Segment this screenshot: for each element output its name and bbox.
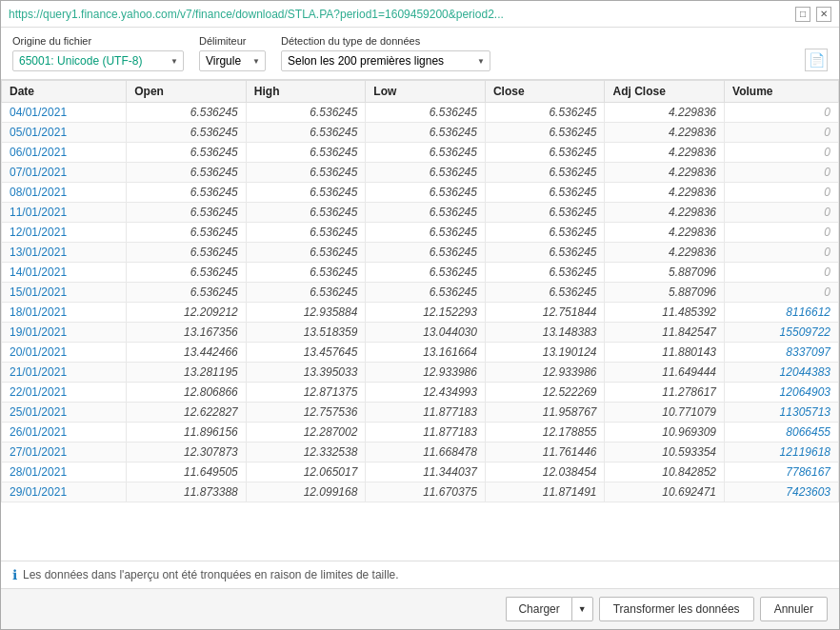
cell-r13-c1: 13.281195 [127, 363, 247, 383]
cell-r17-c3: 11.668478 [366, 443, 486, 463]
table-row: 29/01/202111.87338812.09916811.67037511.… [2, 482, 839, 502]
info-highlight-tronquees: tronquées [200, 568, 250, 581]
column-header-adj-close: Adj Close [605, 81, 725, 103]
cell-r14-c5: 11.278617 [605, 383, 725, 403]
cell-r16-c2: 12.287002 [246, 423, 366, 443]
cell-r12-c6: 8337097 [725, 343, 839, 363]
cell-r4-c5: 4.229836 [605, 183, 725, 203]
cell-r3-c1: 6.536245 [127, 163, 247, 183]
table-row: 18/01/202112.20921212.93588412.15229312.… [2, 303, 839, 323]
table-row: 13/01/20216.5362456.5362456.5362456.5362… [2, 243, 839, 263]
annuler-button[interactable]: Annuler [760, 597, 828, 621]
window-controls: □ ✕ [795, 7, 831, 22]
maximize-button[interactable]: □ [795, 7, 810, 22]
info-icon: ℹ [12, 567, 17, 582]
url-bar: https://query1.finance.yahoo.com/v7/fina… [9, 8, 788, 21]
table-row: 07/01/20216.5362456.5362456.5362456.5362… [2, 163, 839, 183]
cell-r19-c0: 29/01/2021 [2, 482, 127, 502]
cell-r0-c1: 6.536245 [127, 103, 247, 123]
cell-r0-c0: 04/01/2021 [2, 103, 127, 123]
cell-r6-c5: 4.229836 [605, 223, 725, 243]
titlebar: https://query1.finance.yahoo.com/v7/fina… [1, 1, 839, 28]
cell-r10-c4: 12.751844 [485, 303, 605, 323]
table-row: 28/01/202111.64950512.06501711.34403712.… [2, 463, 839, 482]
delimiteur-select-wrapper[interactable]: Virgule [199, 50, 266, 71]
cell-r15-c4: 11.958767 [485, 403, 605, 423]
close-button[interactable]: ✕ [816, 7, 831, 22]
table-header: DateOpenHighLowCloseAdj CloseVolume [2, 81, 839, 103]
charger-dropdown-button[interactable]: ▼ [571, 597, 593, 621]
delimiteur-select[interactable]: Virgule [199, 50, 266, 71]
cell-r1-c0: 05/01/2021 [2, 123, 127, 143]
cell-r5-c5: 4.229836 [605, 203, 725, 223]
detection-group: Détection du type de données Selon les 2… [281, 35, 490, 71]
table-body: 04/01/20216.5362456.5362456.5362456.5362… [2, 103, 839, 502]
cell-r6-c6: 0 [725, 223, 839, 243]
origine-select[interactable]: 65001: Unicode (UTF-8) [12, 50, 184, 71]
cell-r8-c3: 6.536245 [366, 263, 486, 283]
cell-r15-c2: 12.757536 [246, 403, 366, 423]
cell-r1-c1: 6.536245 [127, 123, 247, 143]
column-header-date: Date [2, 81, 127, 103]
cell-r11-c1: 13.167356 [127, 323, 247, 343]
cell-r7-c4: 6.536245 [485, 243, 605, 263]
cell-r13-c5: 11.649444 [605, 363, 725, 383]
cell-r2-c6: 0 [725, 143, 839, 163]
cell-r12-c2: 13.457645 [246, 343, 366, 363]
cell-r11-c5: 11.842547 [605, 323, 725, 343]
cell-r7-c6: 0 [725, 243, 839, 263]
origine-select-wrapper[interactable]: 65001: Unicode (UTF-8) [12, 50, 184, 71]
cell-r18-c4: 12.038454 [485, 463, 605, 482]
table-scroll[interactable]: DateOpenHighLowCloseAdj CloseVolume 04/0… [1, 80, 839, 502]
file-icon[interactable]: 📄 [805, 49, 828, 71]
cell-r19-c1: 11.873388 [127, 482, 247, 502]
cell-r14-c4: 12.522269 [485, 383, 605, 403]
table-row: 11/01/20216.5362456.5362456.5362456.5362… [2, 203, 839, 223]
cell-r4-c4: 6.536245 [485, 183, 605, 203]
delimiteur-label: Délimiteur [199, 35, 266, 47]
cell-r15-c5: 10.771079 [605, 403, 725, 423]
cell-r7-c2: 6.536245 [246, 243, 366, 263]
cell-r16-c3: 11.877183 [366, 423, 486, 443]
main-window: https://query1.finance.yahoo.com/v7/fina… [0, 0, 840, 630]
cell-r13-c2: 13.395033 [246, 363, 366, 383]
detection-select-wrapper[interactable]: Selon les 200 premières lignes [281, 50, 490, 71]
cell-r11-c0: 19/01/2021 [2, 323, 127, 343]
table-row: 25/01/202112.62282712.75753611.87718311.… [2, 403, 839, 423]
table-row: 20/01/202113.44246613.45764513.16166413.… [2, 343, 839, 363]
cell-r17-c6: 12119618 [725, 443, 839, 463]
cell-r18-c3: 11.344037 [366, 463, 486, 482]
cell-r14-c6: 12064903 [725, 383, 839, 403]
cell-r8-c2: 6.536245 [246, 263, 366, 283]
cell-r10-c1: 12.209212 [127, 303, 247, 323]
cell-r2-c1: 6.536245 [127, 143, 247, 163]
cell-r3-c3: 6.536245 [366, 163, 486, 183]
cell-r1-c2: 6.536245 [246, 123, 366, 143]
column-header-high: High [246, 81, 366, 103]
cell-r17-c2: 12.332538 [246, 443, 366, 463]
detection-select[interactable]: Selon les 200 premières lignes [281, 50, 490, 71]
cell-r4-c1: 6.536245 [127, 183, 247, 203]
cell-r18-c1: 11.649505 [127, 463, 247, 482]
cell-r3-c5: 4.229836 [605, 163, 725, 183]
cell-r16-c0: 26/01/2021 [2, 423, 127, 443]
cell-r0-c3: 6.536245 [366, 103, 486, 123]
delimiteur-group: Délimiteur Virgule [199, 35, 266, 71]
cell-r9-c0: 15/01/2021 [2, 283, 127, 303]
charger-button[interactable]: Charger [506, 597, 570, 621]
cell-r11-c2: 13.518359 [246, 323, 366, 343]
table-row: 15/01/20216.5362456.5362456.5362456.5362… [2, 283, 839, 303]
origine-group: Origine du fichier 65001: Unicode (UTF-8… [12, 35, 184, 71]
cell-r12-c4: 13.190124 [485, 343, 605, 363]
cell-r0-c4: 6.536245 [485, 103, 605, 123]
cell-r8-c5: 5.887096 [605, 263, 725, 283]
cell-r14-c0: 22/01/2021 [2, 383, 127, 403]
cell-r2-c0: 06/01/2021 [2, 143, 127, 163]
cell-r19-c3: 11.670375 [366, 482, 486, 502]
cell-r14-c1: 12.806866 [127, 383, 247, 403]
footer: Charger ▼ Transformer les données Annule… [1, 588, 839, 629]
cell-r10-c6: 8116612 [725, 303, 839, 323]
info-highlight-limites: limites [321, 568, 353, 581]
transformer-button[interactable]: Transformer les données [599, 597, 754, 621]
cell-r13-c6: 12044383 [725, 363, 839, 383]
